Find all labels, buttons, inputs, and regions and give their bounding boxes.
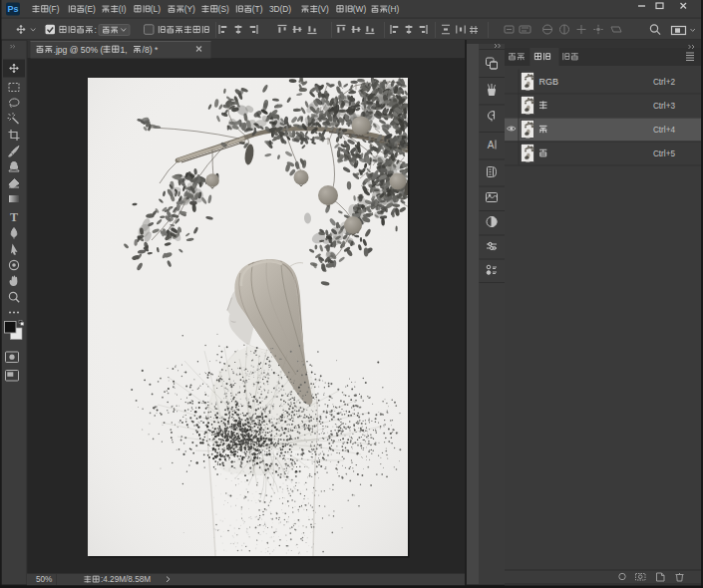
svg-text:Ctrl+3: Ctrl+3 [653, 102, 676, 111]
svg-text:(E): (E) [85, 4, 96, 14]
svg-text:Ps: Ps [7, 4, 18, 14]
svg-text:(Y): (Y) [184, 4, 195, 14]
svg-text:50%: 50% [36, 575, 52, 584]
svg-text:RGB: RGB [539, 77, 559, 87]
svg-text:A: A [488, 140, 495, 150]
svg-text:Ctrl+2: Ctrl+2 [653, 78, 676, 87]
svg-text:(H): (H) [388, 4, 400, 14]
svg-text:(T): (T) [252, 4, 263, 14]
svg-text:T: T [10, 210, 18, 224]
svg-text:1,: 1, [121, 45, 128, 55]
svg-text:.jpg @ 50% (: .jpg @ 50% ( [54, 45, 104, 55]
svg-text:(W): (W) [353, 4, 367, 14]
svg-text::4.29M/8.58M: :4.29M/8.58M [101, 575, 151, 584]
svg-text:(L): (L) [151, 4, 161, 14]
svg-text:Ctrl+5: Ctrl+5 [653, 149, 676, 158]
svg-text:(F): (F) [49, 4, 60, 14]
svg-text:Ctrl+4: Ctrl+4 [653, 126, 676, 135]
svg-text:(I): (I) [119, 4, 127, 14]
svg-text:(S): (S) [218, 4, 229, 14]
svg-text:3D(D): 3D(D) [269, 4, 291, 14]
svg-text:(V): (V) [318, 4, 329, 14]
svg-text::: : [95, 25, 97, 35]
svg-text:/8) *: /8) * [143, 45, 159, 55]
